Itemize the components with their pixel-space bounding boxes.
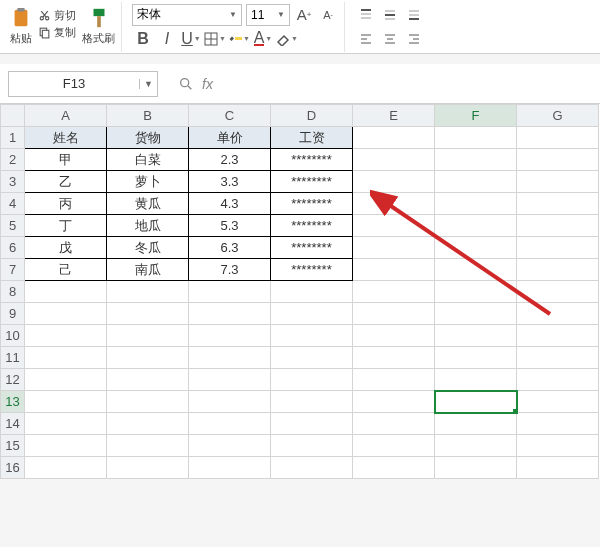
paste-button[interactable]: 粘贴: [10, 7, 32, 46]
cell-E12[interactable]: [353, 369, 435, 391]
cell-C14[interactable]: [189, 413, 271, 435]
copy-button[interactable]: 复制: [38, 24, 76, 40]
row-header-6[interactable]: 6: [1, 237, 25, 259]
cell-F6[interactable]: [435, 237, 517, 259]
format-painter-button[interactable]: 格式刷: [82, 7, 115, 46]
cell-G13[interactable]: [517, 391, 599, 413]
cell-G14[interactable]: [517, 413, 599, 435]
cell-A1[interactable]: 姓名: [25, 127, 107, 149]
row-header-5[interactable]: 5: [1, 215, 25, 237]
cell-G10[interactable]: [517, 325, 599, 347]
row-header-2[interactable]: 2: [1, 149, 25, 171]
cell-D16[interactable]: [271, 457, 353, 479]
increase-font-button[interactable]: A+: [294, 4, 314, 26]
cell-G5[interactable]: [517, 215, 599, 237]
cell-F7[interactable]: [435, 259, 517, 281]
cell-E14[interactable]: [353, 413, 435, 435]
cell-E9[interactable]: [353, 303, 435, 325]
cell-C6[interactable]: 6.3: [189, 237, 271, 259]
cell-B9[interactable]: [107, 303, 189, 325]
cell-B2[interactable]: 白菜: [107, 149, 189, 171]
cut-button[interactable]: 剪切: [38, 7, 76, 23]
cell-A15[interactable]: [25, 435, 107, 457]
cell-C7[interactable]: 7.3: [189, 259, 271, 281]
row-header-15[interactable]: 15: [1, 435, 25, 457]
cell-D4[interactable]: ********: [271, 193, 353, 215]
cell-F5[interactable]: [435, 215, 517, 237]
cell-B10[interactable]: [107, 325, 189, 347]
cell-F4[interactable]: [435, 193, 517, 215]
cell-D6[interactable]: ********: [271, 237, 353, 259]
clear-format-button[interactable]: ▼: [276, 28, 298, 50]
cell-C13[interactable]: [189, 391, 271, 413]
search-icon[interactable]: [178, 76, 194, 92]
cell-A11[interactable]: [25, 347, 107, 369]
cell-D11[interactable]: [271, 347, 353, 369]
cell-F11[interactable]: [435, 347, 517, 369]
align-top-button[interactable]: [355, 4, 377, 26]
cell-F8[interactable]: [435, 281, 517, 303]
column-header-E[interactable]: E: [353, 105, 435, 127]
cell-B8[interactable]: [107, 281, 189, 303]
cell-D5[interactable]: ********: [271, 215, 353, 237]
row-header-8[interactable]: 8: [1, 281, 25, 303]
cell-C12[interactable]: [189, 369, 271, 391]
cell-D9[interactable]: [271, 303, 353, 325]
cell-D7[interactable]: ********: [271, 259, 353, 281]
cell-F3[interactable]: [435, 171, 517, 193]
font-name-select[interactable]: 宋体 ▼: [132, 4, 242, 26]
cell-E1[interactable]: [353, 127, 435, 149]
cell-B13[interactable]: [107, 391, 189, 413]
cell-C8[interactable]: [189, 281, 271, 303]
cell-C11[interactable]: [189, 347, 271, 369]
cell-G8[interactable]: [517, 281, 599, 303]
cell-D13[interactable]: [271, 391, 353, 413]
cell-F14[interactable]: [435, 413, 517, 435]
cell-A7[interactable]: 己: [25, 259, 107, 281]
cell-A14[interactable]: [25, 413, 107, 435]
cell-C10[interactable]: [189, 325, 271, 347]
cell-F2[interactable]: [435, 149, 517, 171]
cell-B3[interactable]: 萝卜: [107, 171, 189, 193]
cell-B5[interactable]: 地瓜: [107, 215, 189, 237]
cell-G7[interactable]: [517, 259, 599, 281]
cell-G15[interactable]: [517, 435, 599, 457]
cell-B11[interactable]: [107, 347, 189, 369]
cell-C15[interactable]: [189, 435, 271, 457]
column-header-B[interactable]: B: [107, 105, 189, 127]
italic-button[interactable]: I: [156, 28, 178, 50]
cell-A4[interactable]: 丙: [25, 193, 107, 215]
decrease-font-button[interactable]: A-: [318, 4, 338, 26]
align-middle-button[interactable]: [379, 4, 401, 26]
cell-A8[interactable]: [25, 281, 107, 303]
cell-E6[interactable]: [353, 237, 435, 259]
row-header-9[interactable]: 9: [1, 303, 25, 325]
cell-A16[interactable]: [25, 457, 107, 479]
row-header-1[interactable]: 1: [1, 127, 25, 149]
cell-E11[interactable]: [353, 347, 435, 369]
row-header-10[interactable]: 10: [1, 325, 25, 347]
cell-B16[interactable]: [107, 457, 189, 479]
align-center-button[interactable]: [379, 28, 401, 50]
cell-A13[interactable]: [25, 391, 107, 413]
cell-E3[interactable]: [353, 171, 435, 193]
cell-C9[interactable]: [189, 303, 271, 325]
cell-G12[interactable]: [517, 369, 599, 391]
cell-D14[interactable]: [271, 413, 353, 435]
fx-label[interactable]: fx: [202, 76, 213, 92]
cell-F13[interactable]: [435, 391, 517, 413]
cell-C16[interactable]: [189, 457, 271, 479]
cell-C5[interactable]: 5.3: [189, 215, 271, 237]
column-header-F[interactable]: F: [435, 105, 517, 127]
cell-C1[interactable]: 单价: [189, 127, 271, 149]
cell-C2[interactable]: 2.3: [189, 149, 271, 171]
cell-A2[interactable]: 甲: [25, 149, 107, 171]
row-header-14[interactable]: 14: [1, 413, 25, 435]
cell-F15[interactable]: [435, 435, 517, 457]
name-box[interactable]: F13 ▼: [8, 71, 158, 97]
align-bottom-button[interactable]: [403, 4, 425, 26]
cell-E8[interactable]: [353, 281, 435, 303]
cell-G3[interactable]: [517, 171, 599, 193]
underline-button[interactable]: U▼: [180, 28, 202, 50]
font-size-select[interactable]: 11 ▼: [246, 4, 290, 26]
